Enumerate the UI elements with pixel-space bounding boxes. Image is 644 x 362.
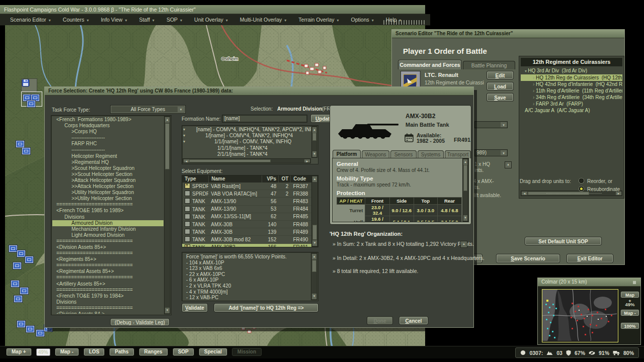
roster-tree-item[interactable]: HQ 3rd Ar Div (3rd Ar Div) [521, 67, 622, 74]
roster-tree-item[interactable]: 11th Reg d'Artillerie (11th Reg d'Artill… [521, 87, 622, 94]
task-force-type-dropdown[interactable]: All Force Types [110, 105, 186, 114]
roster-tree-item[interactable]: HQ 42nd Reg d'Infanterie (HQ 42nd Reg d'… [521, 81, 622, 87]
equipment-row[interactable]: TANK AMX-13/90 53 FR484 [182, 206, 311, 213]
formation-tree-item[interactable]: 1/1/1/[name] - TANK*4 [183, 145, 311, 151]
tab-sensors[interactable]: Sensors [390, 150, 417, 158]
toolbar-button[interactable]: Map + [6, 348, 32, 356]
formations-tree-item[interactable]: Mechanized Infantry Division [52, 226, 164, 232]
formations-tree-item[interactable]: >>Utility Helicopter Section [52, 196, 164, 202]
toolbar-button[interactable]: LOS [84, 348, 105, 356]
formations-tree-item[interactable]: >Utility Helicopter Squadron [52, 190, 164, 196]
toolbar-button[interactable]: Paths [109, 348, 134, 356]
formations-tree-item[interactable]: ========================== [52, 202, 164, 208]
formation-tree-item[interactable]: 1/[name] - COMV*4, TANK*2, INFHQ*4 [189, 133, 311, 139]
unit-counter[interactable] [17, 250, 25, 257]
done-button[interactable]: Done [367, 316, 393, 325]
menu-item[interactable]: Counters [58, 17, 96, 23]
formations-tree-item[interactable]: Divisions [52, 214, 164, 220]
formations-tree-item[interactable]: <Regiments 85+> [52, 256, 164, 262]
equipment-row[interactable]: TANK AMX-30B mod 82 152 FR490 [182, 236, 311, 243]
minimap-title-bar[interactable]: Colmar (20 x 15 km) [538, 278, 640, 287]
formations-tree-item[interactable]: <French Formations 1980-1989> [52, 117, 164, 123]
formations-tree-item[interactable]: ========================== [52, 287, 164, 293]
formation-tree-item[interactable]: [name] - COMV*4, INFHQ*4, TANK*2, APCW*2… [189, 127, 311, 133]
set-default-unit-sop-button[interactable]: Set Default Unit SOP [525, 237, 602, 245]
menu-item[interactable]: Staff [134, 17, 161, 23]
detail-scrollbar[interactable] [462, 158, 468, 222]
unit-counter[interactable] [13, 262, 21, 269]
tab-transport[interactable]: Transport [445, 150, 471, 158]
toolbar-button[interactable]: Mission [232, 348, 262, 356]
formations-tree-item[interactable]: Divisions [52, 299, 164, 305]
toolbar-button[interactable]: Special [199, 348, 227, 356]
unit-counter[interactable] [17, 321, 25, 327]
obscured-scroll-up-icon[interactable] [505, 161, 512, 168]
formations-tree-item[interactable]: >>Attack Helicopter Section [52, 184, 164, 190]
tab-platform[interactable]: Platform [333, 150, 361, 158]
equipment-checkbox[interactable] [185, 191, 190, 196]
formations-tree-item[interactable]: FARP RHC [52, 141, 164, 147]
cancel-button[interactable]: Cancel [399, 316, 428, 325]
roster-tree-item[interactable]: A/C Jaguar A (A/C Jaguar A) [521, 107, 622, 114]
formations-tree-item[interactable]: <French TO&E 1979 to 1984> [52, 293, 164, 299]
save-scenario-button[interactable]: Save Scenario [496, 254, 560, 263]
formations-tree-item[interactable]: >Corps HQ [52, 129, 164, 135]
minimap-view[interactable] [542, 289, 618, 342]
equipment-checkbox[interactable] [185, 236, 190, 242]
equipment-row[interactable]: TANK AMX-30B 139 FR489 [182, 228, 311, 236]
equipment-checkbox[interactable] [185, 229, 190, 234]
formations-tree-item[interactable]: -------------------- [52, 147, 164, 153]
menu-item[interactable]: Info View [96, 17, 134, 23]
window-title-bar[interactable]: Flashpoint Campaigns Cold War - 3.0.0.98… [0, 5, 425, 14]
resubordinate-radio-label[interactable]: Resubordinate [587, 187, 620, 192]
menu-item[interactable]: Terrain Overlay [293, 17, 346, 23]
formations-tree-item[interactable]: ========================== [52, 275, 164, 281]
formations-tree-item[interactable]: <Division Assets 85+> [52, 244, 164, 250]
force-summary-scrollbar[interactable] [311, 253, 317, 300]
force-selection-title-bar[interactable]: Force Selection: Create 'HQ 12th Reg' us… [45, 87, 473, 96]
formation-name-input[interactable]: [name] [222, 115, 307, 123]
menu-item[interactable]: Scenario Editor [5, 17, 58, 23]
formations-tree-item[interactable]: <French TO&E 1985 to 1989> [52, 208, 164, 214]
equipment-row[interactable]: SPRDR VAB Rasit[m] 48 2 FR387 [182, 183, 311, 190]
formation-tree-item[interactable]: 3/1/1/[name] - TANK*4 [183, 157, 311, 158]
obscured-dropdown[interactable] [474, 121, 508, 128]
unit-counter[interactable] [26, 326, 34, 332]
tab-battle-planning[interactable]: Battle Planning [463, 61, 515, 69]
unit-counter[interactable] [27, 101, 35, 107]
equipment-row[interactable]: SPRDR VAB VOA RATAC[m] 47 2 FR388 [182, 190, 311, 198]
formations-tree-item[interactable]: ========================== [52, 250, 164, 256]
formations-tree-item[interactable]: >>Scout Helicopter Section [52, 171, 164, 177]
formations-tree-item[interactable]: <Artillery Assets 85+> [52, 281, 164, 287]
roster-tree-item[interactable]: FARP 3rd Ar (FARP) [521, 101, 622, 107]
load-button[interactable]: Load [487, 82, 514, 90]
tab-commander-and-forces[interactable]: Commander and Forces [398, 60, 462, 69]
menu-item[interactable]: Multi-Unit Overlay [235, 17, 293, 23]
validate-button[interactable]: Validate [182, 303, 208, 312]
formations-tree-item[interactable]: <Regimental Assets 85+> [52, 268, 164, 275]
formation-tree-vscrollbar[interactable] [311, 126, 317, 158]
unit-counter[interactable] [9, 245, 17, 252]
organization-scroll-icon[interactable] [460, 241, 467, 248]
formations-tree-item[interactable]: ========================== [52, 305, 164, 311]
roster-tree-item[interactable]: HQ 12th Reg de Cuirassiers (HQ 12th Reg) [521, 74, 622, 81]
reorder-radio-label[interactable]: Reorder, or [587, 178, 612, 184]
formation-tree-item[interactable]: 2/1/1/[name] - TANK*4 [183, 151, 311, 157]
equipment-row[interactable]: TANK AMX-30B2 166 FR491 [182, 244, 311, 247]
equipment-checkbox[interactable] [185, 214, 190, 219]
toolbar-button[interactable]: Ranges [139, 348, 168, 356]
exit-editor-button[interactable]: Exit Editor [567, 254, 613, 263]
formations-tree-item[interactable]: ========================== [52, 238, 164, 244]
add-to-hq-button[interactable]: Add '[name]' to HQ 12th Reg => [214, 303, 318, 312]
equipment-row[interactable]: TANK AMX-30B 140 FR488 [182, 221, 311, 228]
resubordinate-radio[interactable] [579, 187, 584, 191]
obscured-dropdown[interactable]: 989) [474, 149, 508, 156]
formations-tree-scrollbar[interactable] [164, 116, 171, 314]
minimap-zoom-in-button[interactable]: Map + [620, 291, 639, 298]
unit-counter[interactable] [14, 296, 22, 302]
toolbar-button[interactable]: Map - [55, 348, 79, 356]
equipment-table-scrollbar[interactable] [311, 175, 318, 247]
equipment-row[interactable]: TANK AMX-13/SS-11[M] 62 FR485 [182, 213, 311, 221]
equipment-checkbox[interactable] [185, 221, 190, 227]
unit-counter[interactable] [11, 281, 19, 287]
